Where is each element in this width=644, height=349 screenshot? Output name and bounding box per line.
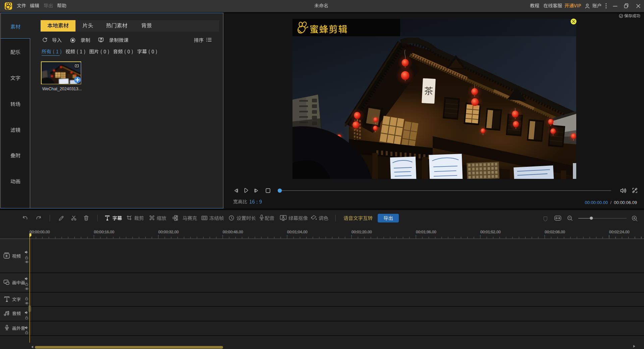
svg-text:00:02:24.00: 00:02:24.00 <box>609 230 630 234</box>
svg-text:00:01:04.00: 00:01:04.00 <box>287 230 308 234</box>
svg-text:00:01:52.00: 00:01:52.00 <box>480 230 501 234</box>
svg-text:00:00:16.00: 00:00:16.00 <box>94 230 114 234</box>
svg-text:00:00:32.00: 00:00:32.00 <box>158 230 179 234</box>
svg-text:00:00:00.00: 00:00:00.00 <box>30 230 50 234</box>
svg-text:00:01:20.00: 00:01:20.00 <box>352 230 372 234</box>
svg-text:00:01:36.00: 00:01:36.00 <box>416 230 436 234</box>
svg-text:00:02:08.00: 00:02:08.00 <box>545 230 565 234</box>
svg-text:00:00:48.00: 00:00:48.00 <box>223 230 243 234</box>
